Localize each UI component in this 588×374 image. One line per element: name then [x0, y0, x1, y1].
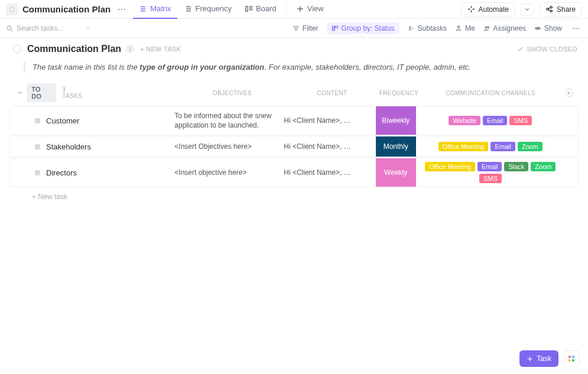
- assignees-button[interactable]: Assignees: [483, 24, 526, 32]
- tab-label: View: [307, 4, 324, 13]
- person-icon: [455, 25, 462, 32]
- top-bar: Communication Plan ⋯ Matrix Frequency Bo…: [0, 0, 588, 19]
- task-row[interactable]: Directors<Insert objective here>Hi <Clie…: [9, 158, 579, 187]
- status-square-icon[interactable]: [35, 170, 40, 175]
- board-icon: [245, 5, 253, 13]
- section-description: The task name in this list is the type o…: [24, 61, 575, 73]
- column-header-channels[interactable]: COMMUNICATION CHANNELS: [418, 90, 563, 96]
- page-title[interactable]: Communication Plan: [22, 4, 111, 14]
- objectives-cell[interactable]: <Insert Objectives here>: [168, 136, 278, 157]
- svg-point-12: [487, 27, 489, 28]
- row-end: [565, 158, 578, 187]
- frequency-cell[interactable]: Monthly: [376, 136, 416, 157]
- column-header-content[interactable]: CONTENT: [285, 90, 379, 96]
- column-header-frequency[interactable]: FREQUENCY: [379, 90, 418, 96]
- plus-icon: [527, 356, 533, 362]
- task-row[interactable]: Stakeholders<Insert Objectives here>Hi <…: [9, 136, 579, 157]
- section-title[interactable]: Communication Plan: [27, 44, 121, 54]
- apps-button[interactable]: [563, 350, 580, 367]
- task-name-cell[interactable]: Directors: [10, 158, 168, 187]
- channel-tag: Zoom: [531, 162, 555, 171]
- show-button[interactable]: Show: [534, 24, 562, 32]
- channels-cell[interactable]: Office MeetingEmailSlackZoomSMS: [416, 158, 565, 187]
- automate-dropdown[interactable]: [520, 4, 534, 15]
- frequency-cell[interactable]: Weekly: [376, 158, 416, 187]
- grid-icon: [568, 356, 574, 362]
- page-icon[interactable]: [6, 4, 18, 15]
- sparkle-icon: [467, 5, 475, 13]
- share-button[interactable]: Share: [539, 2, 582, 17]
- status-square-icon[interactable]: [35, 144, 40, 149]
- me-button[interactable]: Me: [455, 24, 475, 32]
- add-column: +: [563, 89, 575, 97]
- status-chip[interactable]: TO DO: [27, 83, 56, 102]
- search-wrap: [6, 24, 95, 32]
- column-header-objectives[interactable]: OBJECTIVES: [180, 90, 285, 96]
- task-name: Stakeholders: [46, 142, 91, 151]
- tab-matrix[interactable]: Matrix: [133, 0, 177, 19]
- channel-tag: SMS: [479, 174, 502, 183]
- create-task-button[interactable]: Task: [519, 350, 558, 367]
- tab-frequency[interactable]: Frequency: [178, 0, 238, 19]
- row-end: [565, 136, 578, 157]
- status-circle-icon[interactable]: [13, 45, 21, 53]
- content-cell[interactable]: Hi <Client Name>, …: [278, 136, 376, 157]
- svg-rect-2: [250, 6, 252, 9]
- channel-tag: SMS: [509, 116, 532, 125]
- task-name: Directors: [46, 168, 77, 177]
- filter-icon: [293, 25, 300, 32]
- filter-button[interactable]: Filter: [293, 24, 319, 32]
- people-icon: [483, 25, 490, 32]
- search-input[interactable]: [17, 24, 82, 32]
- automate-button[interactable]: Automate: [461, 2, 515, 17]
- svg-rect-7: [332, 26, 334, 28]
- info-icon[interactable]: i: [126, 45, 134, 53]
- frequency-badge: Weekly: [376, 158, 416, 187]
- channel-tag: Office Meeting: [425, 162, 475, 171]
- objectives-cell[interactable]: To be informed about the snew applicatio…: [168, 106, 278, 135]
- tab-label: Matrix: [150, 4, 171, 13]
- svg-point-6: [7, 25, 11, 30]
- subtasks-icon: [408, 25, 415, 32]
- list-toolbar: Filter Group by: Status Subtasks Me Assi…: [0, 19, 588, 38]
- search-icon: [6, 25, 13, 32]
- add-view-button[interactable]: View: [290, 0, 330, 19]
- group-header: TO DO 3 TASKS OBJECTIVES CONTENT FREQUEN…: [0, 83, 588, 106]
- tab-board[interactable]: Board: [239, 0, 282, 19]
- check-icon: [517, 46, 524, 53]
- view-tabs: Matrix Frequency Board View: [133, 0, 329, 19]
- chevron-down-icon[interactable]: [17, 89, 23, 96]
- objectives-cell[interactable]: <Insert objective here>: [168, 158, 278, 187]
- tab-label: Board: [256, 4, 277, 13]
- floating-actions: Task: [519, 350, 580, 367]
- list-icon: [139, 5, 147, 13]
- task-name-cell[interactable]: Stakeholders: [10, 136, 168, 157]
- new-task-link[interactable]: + NEW TASK: [140, 45, 181, 53]
- status-square-icon[interactable]: [35, 118, 40, 123]
- group-icon: [332, 25, 339, 32]
- top-actions: Automate Share: [461, 2, 582, 17]
- add-column-button[interactable]: +: [565, 89, 573, 97]
- frequency-cell[interactable]: Biweekly: [376, 106, 416, 135]
- eye-icon: [534, 25, 541, 32]
- frequency-badge: Monthly: [376, 136, 416, 157]
- channel-tag: Email: [477, 162, 502, 171]
- group-by-button[interactable]: Group by: Status: [327, 22, 399, 34]
- new-task-row[interactable]: + New task: [0, 188, 588, 206]
- subtasks-button[interactable]: Subtasks: [408, 24, 447, 32]
- svg-rect-1: [246, 6, 248, 11]
- list-icon: [184, 5, 193, 13]
- more-icon[interactable]: ⋯: [570, 23, 582, 34]
- task-name-cell[interactable]: Customer: [10, 106, 168, 135]
- chevron-down-icon[interactable]: [85, 25, 91, 31]
- task-count: 3 TASKS: [62, 86, 86, 99]
- content-cell[interactable]: Hi <Client Name>, …: [278, 106, 376, 135]
- ellipsis-icon[interactable]: ⋯: [114, 5, 129, 14]
- channel-tag: Website: [449, 116, 480, 125]
- show-closed-button[interactable]: SHOW CLOSED: [517, 45, 577, 53]
- content-cell[interactable]: Hi <Client Name>, …: [278, 158, 376, 187]
- divider: [286, 5, 287, 14]
- task-row[interactable]: CustomerTo be informed about the snew ap…: [9, 106, 579, 135]
- channels-cell[interactable]: Office MeetingEmailZoom: [416, 136, 565, 157]
- channels-cell[interactable]: WebsiteEmailSMS: [416, 106, 565, 135]
